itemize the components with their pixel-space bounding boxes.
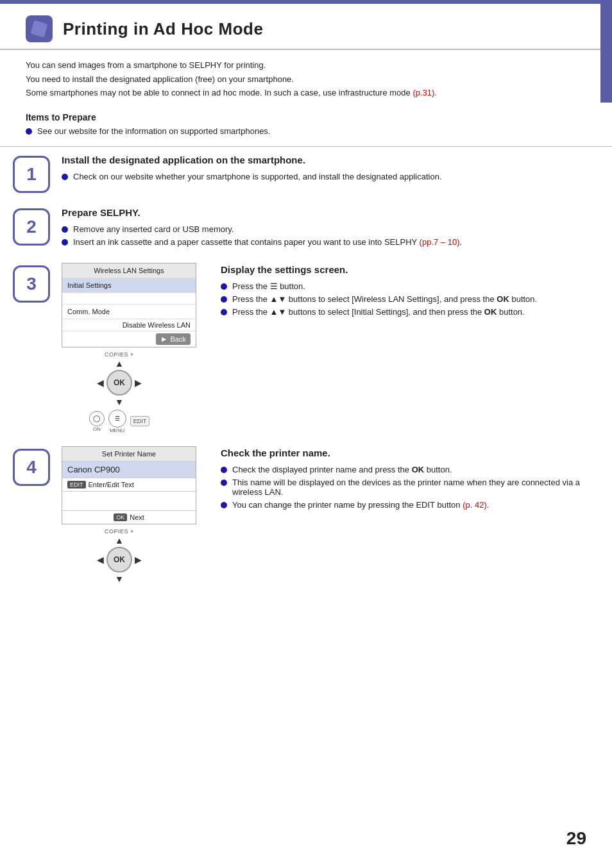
down-arrow-icon-4[interactable]: ▼ [115, 574, 124, 584]
step-2-number: 2 [13, 208, 50, 246]
step-1-title: Install the designated application on th… [62, 153, 599, 167]
ctrl-down-row-4: ▼ [115, 574, 124, 584]
ok-button[interactable]: OK [106, 370, 132, 396]
step-3-bullet-3: Press the ▲▼ buttons to select [Initial … [221, 307, 599, 317]
step-4-title: Check the printer name. [221, 446, 599, 460]
s4-edit-row: EDIT Enter/Edit Text [62, 478, 196, 492]
step-2: 2 Prepare SELPHY. Remove any inserted ca… [13, 206, 599, 250]
ctrl-up-row: ▲ [115, 358, 124, 369]
step-4-bullet-2: This name will be displayed on the devic… [221, 478, 599, 497]
bullet-dot-icon [62, 239, 68, 246]
bullet-dot-icon [221, 502, 227, 508]
bullet-dot-icon [62, 174, 68, 180]
step-3-left: Wireless LAN Settings Initial Settings C… [62, 263, 209, 433]
menu-label: MENU [110, 428, 125, 433]
step-3-bullet-2: Press the ▲▼ buttons to select [Wireless… [221, 294, 599, 304]
step-4: 4 Set Printer Name Canon CP900 EDIT Ente… [13, 446, 599, 584]
header-icon-shape [31, 21, 48, 38]
s4-spacer [62, 492, 196, 511]
intro-line2: You need to install the designated appli… [26, 73, 586, 86]
bullet-dot-icon [221, 309, 227, 315]
on-label: ON [93, 426, 101, 432]
s4-name: Canon CP900 [62, 462, 196, 478]
intro-line3: Some smartphones may not be able to conn… [26, 87, 586, 99]
intro-link[interactable]: (p.31). [412, 88, 437, 97]
intro-section: You can send images from a smartphone to… [0, 59, 612, 107]
step2-link[interactable]: (pp.7 – 10) [420, 237, 460, 247]
step-3-bullet-1: Press the ☰ button. [221, 281, 599, 291]
step-4-screen: Set Printer Name Canon CP900 EDIT Enter/… [62, 446, 196, 524]
page: Printing in Ad Hoc Mode You can send ima… [0, 0, 612, 868]
step-4-number: 4 [13, 449, 50, 486]
s4-title: Set Printer Name [62, 447, 196, 462]
ctrl-menu-item: ☰ MENU [108, 410, 126, 433]
step-3: 3 Wireless LAN Settings Initial Settings… [13, 263, 599, 433]
step-3-content: Display the settings screen. Press the ☰… [221, 263, 599, 320]
step-4-bullet-3: You can change the printer name by press… [221, 500, 599, 510]
intro-line1: You can send images from a smartphone to… [26, 59, 586, 72]
ctrl-power-item: ◯ ON [89, 411, 105, 432]
bullet-dot-icon [221, 283, 227, 290]
power-button[interactable]: ◯ [89, 411, 105, 426]
step4-link[interactable]: (p. 42) [463, 500, 487, 510]
back-arrow-icon: ► [160, 335, 168, 344]
bullet-dot-icon [221, 467, 227, 473]
step-3-number: 3 [13, 265, 50, 303]
step-3-controller: COPIES + ▲ ◀ OK ▶ ▼ ◯ [62, 351, 177, 433]
ctrl-up-row-4: ▲ [115, 535, 124, 546]
bullet-dot-icon [221, 296, 227, 303]
step-1-content: Install the designated application on th… [62, 153, 599, 185]
step-4-content: Check the printer name. Check the displa… [221, 446, 599, 513]
ctrl-middle-row-4: ◀ OK ▶ [97, 547, 142, 572]
s4-ok-btn: OK Next [62, 511, 196, 524]
right-arrow-icon[interactable]: ▶ [135, 378, 142, 388]
left-arrow-icon-4[interactable]: ◀ [97, 555, 104, 565]
up-arrow-icon-4[interactable]: ▲ [115, 535, 124, 546]
step-4-controller: COPIES + ▲ ◀ OK ▶ ▼ [62, 528, 177, 584]
copies-label: COPIES + [105, 351, 134, 358]
screen-row-spacer [62, 293, 196, 305]
ctrl-edit-item: EDIT [130, 416, 150, 426]
screen-row-comm: Comm. Mode [62, 305, 196, 319]
screen-row-header: Wireless LAN Settings [62, 263, 196, 278]
up-arrow-icon[interactable]: ▲ [115, 358, 124, 369]
ok-button-4[interactable]: OK [106, 547, 132, 572]
down-arrow-icon[interactable]: ▼ [115, 397, 124, 407]
step-3-title: Display the settings screen. [221, 263, 599, 276]
screen-back-row: ► Back [62, 331, 196, 347]
step-3-screen: Wireless LAN Settings Initial Settings C… [62, 263, 196, 347]
bullet-dot-icon [26, 128, 32, 135]
ctrl-middle-row: ◀ OK ▶ [97, 370, 142, 396]
step-2-title: Prepare SELPHY. [62, 206, 599, 219]
right-arrow-icon-4[interactable]: ▶ [135, 555, 142, 565]
left-arrow-icon[interactable]: ◀ [97, 378, 104, 388]
copies-label-4: COPIES + [105, 528, 134, 535]
bullet-dot-icon [221, 480, 227, 486]
page-title: Printing in Ad Hoc Mode [63, 19, 263, 39]
items-prepare-section: Items to Prepare See our website for the… [0, 107, 612, 147]
page-header: Printing in Ad Hoc Mode [0, 0, 612, 50]
step-1-bullet-1: Check on our website whether your smartp… [62, 172, 599, 181]
page-number: 29 [566, 828, 586, 849]
header-icon [26, 15, 53, 42]
edit-badge: EDIT [67, 481, 86, 488]
ctrl-down-row: ▼ [115, 397, 124, 407]
screen-row-disable: Disable Wireless LAN [62, 319, 196, 331]
ok-badge: OK [114, 513, 127, 521]
items-prepare-title: Items to Prepare [26, 112, 586, 122]
screen-row-selected: Initial Settings [62, 278, 196, 293]
step-4-left: Set Printer Name Canon CP900 EDIT Enter/… [62, 446, 209, 584]
items-prepare-bullet: See our website for the information on s… [26, 126, 586, 136]
steps-section: 1 Install the designated application on … [0, 147, 612, 610]
edit-button[interactable]: EDIT [130, 416, 150, 426]
right-accent-bar [600, 0, 612, 103]
ctrl-btn-row: ◯ ON ☰ MENU EDIT [89, 410, 150, 433]
step-1: 1 Install the designated application on … [13, 153, 599, 193]
step-2-bullet-1: Remove any inserted card or USB memory. [62, 224, 599, 234]
menu-button[interactable]: ☰ [108, 410, 126, 428]
bullet-dot-icon [62, 226, 68, 233]
back-button[interactable]: ► Back [156, 333, 191, 345]
step-2-bullet-2: Insert an ink cassette and a paper casse… [62, 237, 599, 247]
step-2-content: Prepare SELPHY. Remove any inserted card… [62, 206, 599, 250]
step-1-number: 1 [13, 156, 50, 193]
